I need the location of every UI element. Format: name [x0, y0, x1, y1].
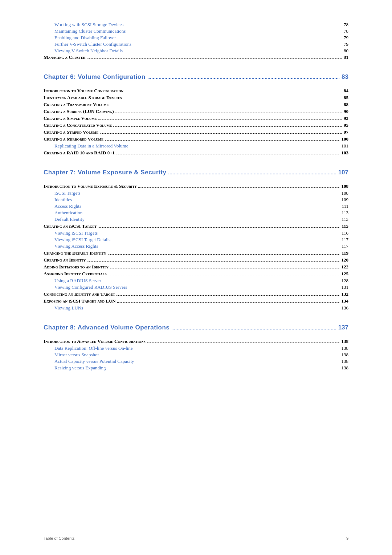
footer-page-number: 9 — [346, 536, 348, 540]
entry-label[interactable]: Viewing LUNs — [54, 305, 83, 311]
page-number: 108 — [342, 190, 349, 196]
chapter-7-contents: Introduction to Volume Exposure & Securi… — [44, 183, 348, 311]
dot-leader — [108, 254, 340, 255]
entry-label[interactable]: Maintaining Cluster Communications — [54, 28, 334, 34]
chapter-6-contents: Introduction to Volume Configuration 84 … — [44, 88, 348, 156]
entry-label[interactable]: Data Replication: Off-line versus On-lin… — [54, 345, 133, 351]
list-item: Authentication 113 — [44, 210, 348, 216]
page-number: 138 — [342, 345, 349, 351]
chapter-title-label[interactable]: Chapter 8: Advanced Volume Operations — [44, 324, 170, 331]
entry-label[interactable]: Viewing iSCSI Targets — [54, 230, 98, 236]
section-label: Introduction to Advanced Volume Configur… — [44, 339, 146, 344]
page-number: 113 — [342, 210, 348, 216]
list-item: Mirror versus Snapshot 138 — [44, 352, 348, 358]
section-label: Creating an Identity — [44, 257, 86, 263]
section-label: Creating a RAID 10 and RAID 0+1 — [44, 150, 115, 156]
section-page: 90 — [344, 109, 348, 114]
section-page: 132 — [342, 291, 349, 297]
entry-label[interactable]: Default Identity — [54, 216, 85, 222]
chapter-title-page: 83 — [342, 73, 348, 81]
entry-label[interactable]: iSCSI Targets — [54, 190, 81, 196]
section-heading-managing: Managing a Cluster 81 — [44, 54, 348, 60]
page-footer: Table of Contents 9 — [44, 533, 348, 540]
list-item: Using a RADIUS Server 128 — [44, 278, 348, 284]
page-number: 78 — [334, 28, 348, 34]
page-number: 136 — [342, 305, 349, 311]
chapter-dot-leader — [172, 329, 336, 329]
list-item: Enabling and Disabling Failover 79 — [44, 35, 348, 41]
page-number: 138 — [342, 365, 349, 371]
entry-label[interactable]: Viewing V-Switch Neighbor Details — [54, 48, 334, 54]
page-number: 78 — [334, 22, 348, 28]
entry-label[interactable]: Actual Capacity versus Potential Capacit… — [54, 358, 134, 364]
page-number: 117 — [342, 243, 348, 249]
section-page: 122 — [342, 264, 349, 270]
chapter-7-title: Chapter 7: Volume Exposure & Security 10… — [44, 169, 348, 176]
entry-label[interactable]: Resizing versus Expanding — [54, 365, 106, 371]
section-label: Creating a Simple Volume — [44, 116, 97, 121]
entry-label[interactable]: Viewing iSCSI Target Details — [54, 237, 110, 243]
page-number: 113 — [342, 216, 348, 222]
section-heading: Creating an Identity 120 — [44, 257, 348, 263]
dot-leader — [98, 119, 342, 120]
entry-label[interactable]: Viewing Access Rights — [54, 243, 98, 249]
section-label: Introduction to Volume Configuration — [44, 88, 123, 94]
page-number: 101 — [342, 143, 349, 149]
chapter-title-label[interactable]: Chapter 6: Volume Configuration — [44, 73, 146, 81]
entry-label[interactable]: Mirror versus Snapshot — [54, 352, 99, 358]
dot-leader — [125, 92, 342, 92]
dot-leader — [123, 99, 342, 99]
entry-label[interactable]: Authentication — [54, 210, 82, 216]
entry-label[interactable]: Further V-Switch Cluster Configurations — [54, 41, 334, 47]
entry-label[interactable]: Working with SCSI Storage Devices — [54, 22, 334, 28]
section-page: 81 — [344, 54, 349, 60]
section-label: Creating a Concatenated Volume — [44, 122, 112, 128]
section-label: Creating a Subdisk (LUN Carving) — [44, 109, 114, 114]
entry-label[interactable]: Viewing Configured RADIUS Servers — [54, 284, 127, 290]
dot-leader — [115, 113, 342, 113]
section-heading: Connecting an Identity and Target 132 — [44, 291, 348, 297]
chapter-dot-leader — [168, 174, 336, 174]
section-heading: Creating a Concatenated Volume 95 — [44, 122, 348, 128]
section-label: Creating an iSCSI Target — [44, 223, 97, 229]
entry-label[interactable]: Enabling and Disabling Failover — [54, 35, 334, 41]
chapter-title-label[interactable]: Chapter 7: Volume Exposure & Security — [44, 169, 166, 176]
list-item: Default Identity 113 — [44, 216, 348, 222]
section-page: 103 — [342, 150, 349, 156]
section-label: Assigning Identity Credentials — [44, 271, 107, 277]
section-heading: Assigning Identity Credentials 125 — [44, 271, 348, 277]
section-heading: Changing the Default Identity 119 — [44, 250, 348, 256]
section-page: 125 — [342, 271, 349, 277]
section-page: 134 — [342, 298, 349, 304]
chapter-8-title: Chapter 8: Advanced Volume Operations 13… — [44, 324, 348, 331]
page-number: 80 — [334, 48, 348, 54]
section-label: Creating a Mirrored Volume — [44, 136, 103, 142]
page-number: 111 — [342, 203, 348, 209]
section-page: 138 — [342, 339, 349, 344]
section-label: Connecting an Identity and Target — [44, 291, 115, 297]
section-label: Creating a Striped Volume — [44, 129, 98, 135]
page-number: 79 — [334, 35, 348, 41]
entry-label[interactable]: Access Rights — [54, 203, 81, 209]
dot-leader — [87, 58, 342, 59]
entry-label[interactable]: Replicating Data in a Mirrored Volume — [54, 143, 128, 149]
section-label: Introduction to Volume Exposure & Securi… — [44, 183, 137, 189]
section-page: 100 — [342, 136, 349, 142]
dot-leader — [100, 133, 342, 134]
list-item: iSCSI Targets 108 — [44, 190, 348, 196]
list-item: Data Replication: Off-line versus On-lin… — [44, 345, 348, 351]
top-section: Working with SCSI Storage Devices 78 Mai… — [44, 22, 348, 60]
entry-label[interactable]: Identities — [54, 197, 72, 203]
list-item: Viewing LUNs 136 — [44, 305, 348, 311]
section-label: Identifying Available Storage Devices — [44, 95, 122, 101]
list-item: Actual Capacity versus Potential Capacit… — [44, 358, 348, 364]
page-number: 117 — [342, 237, 348, 243]
page-number: 138 — [342, 352, 349, 358]
list-item: Viewing iSCSI Targets 116 — [44, 230, 348, 236]
section-page: 119 — [342, 250, 348, 256]
section-heading: Identifying Available Storage Devices 85 — [44, 95, 348, 101]
entry-label[interactable]: Using a RADIUS Server — [54, 278, 101, 284]
list-item: Viewing iSCSI Target Details 117 — [44, 237, 348, 243]
dot-leader — [105, 140, 340, 141]
list-item: Identities 109 — [44, 197, 348, 203]
